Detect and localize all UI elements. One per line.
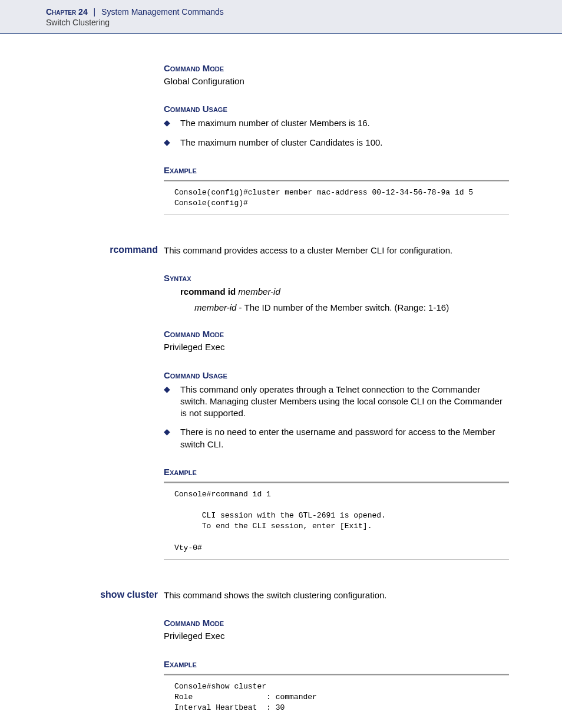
command-description: This command provides access to a cluste… [164, 245, 509, 256]
syntax-command: rcommand id [180, 286, 236, 297]
command-description: This command shows the switch clustering… [164, 589, 509, 601]
syntax-param: member-id [238, 286, 280, 297]
heading-example: Example [164, 165, 509, 175]
subsection-title: Switch Clustering [46, 18, 562, 27]
command-block-rcommand: rcommand This command provides access to… [164, 245, 509, 560]
command-name: rcommand [99, 245, 164, 255]
code-text: Console#show cluster Role : commander In… [164, 678, 509, 717]
heading-command-mode: Command Mode [164, 329, 509, 339]
section-title: System Management Commands [101, 7, 224, 17]
heading-example: Example [164, 467, 509, 477]
heading-syntax: Syntax [164, 273, 509, 283]
heading-command-mode: Command Mode [164, 63, 509, 73]
bullet-text: The maximum number of cluster Candidates… [180, 137, 509, 149]
code-block: Console#rcommand id 1 CLI session with t… [164, 482, 509, 560]
heading-example: Example [164, 659, 509, 669]
heading-command-usage: Command Usage [164, 104, 509, 114]
bullet-text: This command only operates through a Tel… [180, 384, 509, 420]
code-rule-top [164, 180, 509, 182]
command-block-show-cluster: show cluster This command shows the swit… [164, 589, 509, 717]
syntax-param-text: - The ID number of the Member switch. (R… [236, 302, 449, 312]
syntax-param-name: member-id [194, 302, 236, 312]
syntax-param-desc: member-id - The ID number of the Member … [194, 302, 509, 312]
code-rule-bottom [164, 559, 509, 560]
bullet-item: ◆ The maximum number of cluster Members … [164, 117, 509, 129]
bullet-item: ◆ There is no need to enter the username… [164, 426, 509, 450]
code-text: Console#rcommand id 1 CLI session with t… [164, 486, 509, 557]
syntax-line: rcommand id member-id [180, 286, 509, 297]
diamond-bullet-icon: ◆ [164, 117, 180, 129]
diamond-bullet-icon: ◆ [164, 426, 180, 437]
command-title-row: rcommand This command provides access to… [99, 245, 509, 256]
chapter-line: Chapter 24 | System Management Commands [46, 7, 562, 17]
chapter-label: Chapter 24 [46, 7, 88, 17]
code-rule-bottom [164, 215, 509, 215]
diamond-bullet-icon: ◆ [164, 137, 180, 148]
bullet-item: ◆ The maximum number of cluster Candidat… [164, 137, 509, 149]
header-divider: | [94, 7, 96, 17]
bullet-item: ◆ This command only operates through a T… [164, 384, 509, 420]
diamond-bullet-icon: ◆ [164, 384, 180, 395]
bullet-text: The maximum number of cluster Members is… [180, 117, 509, 129]
heading-command-usage: Command Usage [164, 370, 509, 380]
code-block: Console(config)#cluster member mac-addre… [164, 180, 509, 215]
command-mode-value: Global Configuration [164, 75, 509, 87]
heading-command-mode: Command Mode [164, 618, 509, 628]
command-block-cluster-member: Command Mode Global Configuration Comman… [164, 63, 509, 215]
command-mode-value: Privileged Exec [164, 630, 509, 642]
bullet-text: There is no need to enter the username a… [180, 426, 509, 450]
command-title-row: show cluster This command shows the swit… [99, 589, 509, 601]
code-rule-top [164, 482, 509, 483]
command-mode-value: Privileged Exec [164, 341, 509, 353]
code-text: Console(config)#cluster member mac-addre… [164, 184, 509, 212]
command-name: show cluster [99, 589, 164, 600]
code-block: Console#show cluster Role : commander In… [164, 674, 509, 717]
code-rule-top [164, 674, 509, 676]
page-header: Chapter 24 | System Management Commands … [0, 0, 562, 34]
